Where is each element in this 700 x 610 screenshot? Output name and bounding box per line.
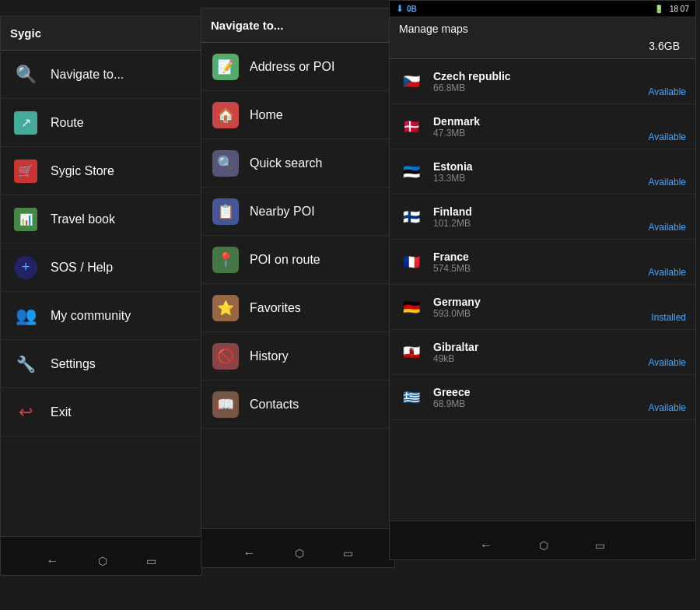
recents-nav-icon-3[interactable]: ▭ [595, 539, 605, 552]
map-status-czech: Available [649, 86, 686, 97]
back-nav-icon-2[interactable]: ← [243, 546, 256, 560]
map-status-greece: Available [649, 402, 686, 413]
menu-item-favorites[interactable]: ⭐ Favorites [201, 284, 394, 332]
flag-finland: 🇫🇮 [399, 209, 424, 226]
panel1-nav-bar: ← ⬡ ▭ [1, 547, 201, 575]
flag-gibraltar: 🇬🇮 [399, 344, 424, 361]
menu-item-home-label: Home [250, 108, 283, 122]
menu-item-settings[interactable]: 🔧 Settings [1, 340, 201, 388]
menu-item-poionroute-label: POI on route [250, 253, 320, 267]
map-item-germany[interactable]: 🇩🇪 Germany 593.0MB Installed [390, 285, 695, 330]
back-nav-icon[interactable]: ← [47, 554, 59, 568]
menu-item-navigate-label: Navigate to... [51, 68, 124, 82]
contacts-icon: 📖 [212, 391, 239, 418]
map-status-gibraltar: Available [649, 357, 686, 368]
quicksearch-icon: 🔍 [212, 150, 239, 177]
panel3-nav-bar: ← ⬡ ▭ [390, 531, 695, 559]
menu-item-exit[interactable]: ↩ Exit [1, 388, 201, 436]
menu-item-favorites-label: Favorites [250, 301, 301, 315]
menu-item-travel[interactable]: 📊 Travel book [1, 195, 201, 244]
status-bar: ⬇ 0B 🔋 18 07 [390, 1, 695, 16]
menu-item-navigate[interactable]: 🔍 Navigate to... [1, 51, 201, 99]
home-icon: 🏠 [212, 102, 239, 128]
favorites-icon: ⭐ [212, 295, 239, 321]
battery-icon: 🔋 [654, 5, 663, 13]
menu-item-settings-label: Settings [51, 357, 96, 371]
map-status-denmark: Available [649, 131, 686, 142]
storage-used: 0B [407, 5, 417, 13]
map-info-germany: Germany 593.0MB [433, 296, 686, 319]
maps-title: Manage maps [399, 23, 686, 38]
menu-item-contacts-label: Contacts [250, 398, 299, 412]
address-icon: 📝 [212, 54, 239, 80]
menu-item-address-label: Address or POI [250, 60, 334, 74]
map-name-greece: Greece [433, 386, 686, 398]
map-item-czech[interactable]: 🇨🇿 Czech republic 66.8MB Available [390, 59, 695, 104]
menu-item-sos[interactable]: + SOS / Help [1, 244, 201, 292]
map-size-germany: 593.0MB [433, 308, 686, 319]
menu-item-travel-label: Travel book [51, 212, 115, 226]
panel2-nav-bar: ← ⬡ ▭ [201, 539, 394, 567]
menu-item-community-label: My community [51, 309, 131, 323]
panel-sygic-main: Sygic 🔍 Navigate to... ↗ Route 🛒 Sygic S… [0, 16, 202, 576]
menu-item-history-label: History [250, 349, 289, 363]
map-status-estonia: Available [649, 177, 686, 188]
map-item-estonia[interactable]: 🇪🇪 Estonia 13.3MB Available [390, 149, 695, 195]
flag-czech: 🇨🇿 [399, 73, 424, 90]
sos-icon: + [12, 254, 40, 282]
menu-item-nearbypoi-label: Nearby POI [250, 205, 315, 219]
flag-germany: 🇩🇪 [399, 299, 424, 316]
menu-item-history[interactable]: 🚫 History [201, 332, 394, 380]
settings-icon: 🔧 [12, 350, 40, 378]
map-item-denmark[interactable]: 🇩🇰 Denmark 47.3MB Available [390, 104, 695, 149]
map-name-estonia: Estonia [433, 160, 686, 173]
maps-panel-header: Manage maps 3.6GB [390, 16, 695, 59]
menu-item-route[interactable]: ↗ Route [1, 99, 201, 147]
panel1-menu-list: 🔍 Navigate to... ↗ Route 🛒 Sygic Store 📊… [1, 51, 201, 536]
nearbypoi-icon: 📋 [212, 198, 239, 225]
panel1-header: Sygic [1, 16, 201, 51]
menu-item-quicksearch[interactable]: 🔍 Quick search [201, 139, 394, 188]
panel-navigate-to: Navigate to... 📝 Address or POI 🏠 Home 🔍… [201, 8, 395, 568]
menu-item-route-label: Route [51, 116, 84, 130]
flag-france: 🇫🇷 [399, 254, 424, 271]
map-item-greece[interactable]: 🇬🇷 Greece 68.9MB Available [390, 375, 695, 420]
back-nav-icon-3[interactable]: ← [480, 538, 492, 552]
maps-list: 🇨🇿 Czech republic 66.8MB Available 🇩🇰 De… [390, 59, 695, 501]
map-status-finland: Available [649, 222, 686, 233]
flag-greece: 🇬🇷 [399, 389, 424, 406]
menu-item-address[interactable]: 📝 Address or POI [201, 43, 394, 91]
map-status-france: Available [649, 267, 686, 278]
home-nav-icon-3[interactable]: ⬡ [539, 539, 548, 552]
search-icon: 🔍 [12, 61, 40, 89]
map-item-france[interactable]: 🇫🇷 France 574.5MB Available [390, 240, 695, 285]
flag-estonia: 🇪🇪 [399, 163, 424, 181]
map-item-finland[interactable]: 🇫🇮 Finland 101.2MB Available [390, 195, 695, 240]
store-icon: 🛒 [12, 157, 40, 185]
exit-icon: ↩ [12, 398, 40, 426]
recents-nav-icon-2[interactable]: ▭ [343, 547, 353, 559]
panel2-header: Navigate to... [201, 9, 394, 43]
history-icon: 🚫 [212, 343, 239, 370]
panel-manage-maps: ⬇ 0B 🔋 18 07 Manage maps 3.6GB 🇨🇿 Czech … [389, 0, 696, 560]
map-name-finland: Finland [433, 205, 686, 218]
panel2-title: Navigate to... [211, 19, 283, 32]
travel-icon: 📊 [12, 205, 40, 233]
menu-item-poionroute[interactable]: 📍 POI on route [201, 236, 394, 284]
menu-item-store-label: Sygic Store [51, 164, 114, 178]
map-name-denmark: Denmark [433, 115, 686, 128]
menu-item-sos-label: SOS / Help [51, 261, 113, 275]
menu-item-exit-label: Exit [51, 405, 72, 419]
menu-item-community[interactable]: 👥 My community [1, 292, 201, 340]
recents-nav-icon[interactable]: ▭ [146, 555, 156, 567]
home-nav-icon[interactable]: ⬡ [98, 555, 107, 567]
menu-item-nearbypoi[interactable]: 📋 Nearby POI [201, 188, 394, 236]
download-icon: ⬇ [396, 3, 404, 14]
map-status-germany: Installed [651, 312, 686, 323]
map-item-gibraltar[interactable]: 🇬🇮 Gibraltar 49kB Available [390, 330, 695, 375]
home-nav-icon-2[interactable]: ⬡ [295, 547, 304, 559]
menu-item-home[interactable]: 🏠 Home [201, 91, 394, 139]
menu-item-store[interactable]: 🛒 Sygic Store [1, 147, 201, 195]
menu-item-contacts[interactable]: 📖 Contacts [201, 380, 394, 429]
map-name-czech: Czech republic [433, 70, 686, 82]
